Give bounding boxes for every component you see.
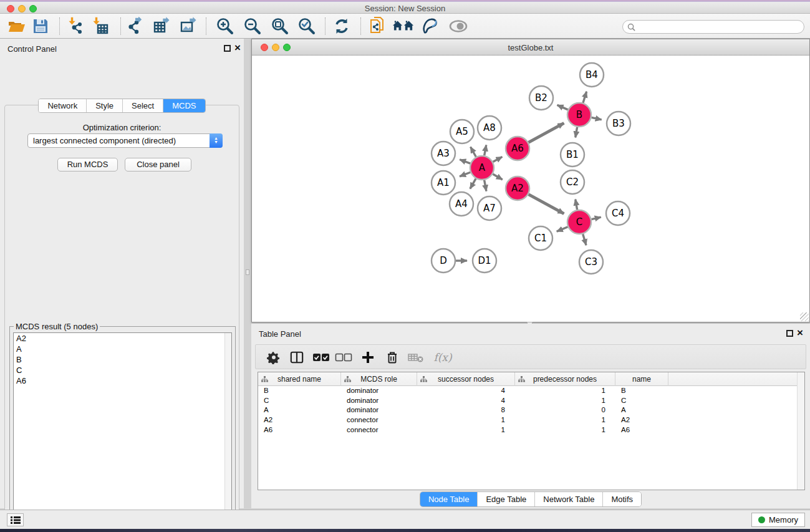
table-row[interactable]: Adominator80A <box>258 405 804 415</box>
float-table-panel-icon[interactable] <box>786 330 793 337</box>
node-A1[interactable]: A1 <box>432 171 455 195</box>
column-header-successor-nodes[interactable]: successor nodes <box>417 372 515 386</box>
export-table-button[interactable] <box>152 16 173 36</box>
search-input[interactable] <box>635 21 804 32</box>
node-B1[interactable]: B1 <box>561 143 584 167</box>
column-header-shared-name[interactable]: shared name <box>258 372 341 386</box>
mcds-result-item[interactable]: B <box>14 354 231 365</box>
tab-node-table[interactable]: Node Table <box>420 492 478 506</box>
zoom-selected-button[interactable] <box>296 16 317 36</box>
edge-C-C1[interactable] <box>557 227 568 231</box>
edge-B-B4[interactable] <box>583 92 587 103</box>
node-B[interactable]: B <box>567 103 591 127</box>
node-D1[interactable]: D1 <box>473 249 496 273</box>
edge-A6-B[interactable] <box>529 123 564 142</box>
toolbar-search[interactable] <box>622 20 804 34</box>
edge-A-A2[interactable] <box>493 174 502 180</box>
node-A3[interactable]: A3 <box>432 142 455 165</box>
node-D[interactable]: D <box>432 249 455 273</box>
node-A[interactable]: A <box>470 156 494 180</box>
edge-B-B1[interactable] <box>576 127 577 138</box>
main-titlebar[interactable]: Session: New Session <box>0 2 810 14</box>
node-table[interactable]: shared nameMCDS rolesuccessor nodesprede… <box>258 372 805 490</box>
network-canvas[interactable]: B4B2BB3A5A8A6B1A3AC2A1A2A4A7C4CC1DD1C3 <box>252 56 809 322</box>
node-A5[interactable]: A5 <box>450 120 474 143</box>
edge-A-A1[interactable] <box>460 172 470 177</box>
edge-B-B3[interactable] <box>592 117 602 120</box>
tab-mcds[interactable]: MCDS <box>163 99 205 112</box>
show-columns-button[interactable] <box>286 347 307 367</box>
tab-edge-table[interactable]: Edge Table <box>477 492 534 506</box>
edge-A-A8[interactable] <box>485 145 486 156</box>
table-row[interactable]: Bdominator41B <box>258 386 804 396</box>
node-C4[interactable]: C4 <box>606 201 630 225</box>
criterion-dropdown[interactable]: largest connected component (directed) ▲… <box>27 133 223 148</box>
node-B4[interactable]: B4 <box>580 63 604 87</box>
mcds-result-item[interactable]: A <box>14 344 231 354</box>
edge-B-B2[interactable] <box>557 105 568 110</box>
node-C1[interactable]: C1 <box>529 226 552 250</box>
tab-select[interactable]: Select <box>122 99 163 112</box>
unselect-all-checks-button[interactable] <box>333 347 354 367</box>
tab-network[interactable]: Network <box>39 99 86 112</box>
memory-button[interactable]: Memory <box>751 513 805 527</box>
select-all-checks-button[interactable] <box>311 347 332 367</box>
import-network-button[interactable] <box>65 16 86 36</box>
window-resize-grip[interactable] <box>800 312 809 321</box>
zoom-in-button[interactable] <box>215 16 236 36</box>
delete-table-button[interactable] <box>405 347 427 367</box>
open-session-button[interactable] <box>6 16 27 36</box>
edge-A-A5[interactable] <box>471 147 476 157</box>
mcds-result-item[interactable]: A2 <box>14 333 231 344</box>
edge-C-C2[interactable] <box>576 200 577 210</box>
edge-C-C3[interactable] <box>583 234 586 245</box>
column-header-name[interactable]: name <box>615 372 668 386</box>
tab-style[interactable]: Style <box>86 99 122 112</box>
tab-motifs[interactable]: Motifs <box>602 492 641 506</box>
clone-network-button[interactable] <box>367 16 388 36</box>
panel-splitter-vertical[interactable] <box>244 39 251 508</box>
close-table-panel-icon[interactable]: × <box>797 327 803 339</box>
node-A8[interactable]: A8 <box>478 116 501 140</box>
home-layout-button[interactable] <box>393 16 414 36</box>
node-C[interactable]: C <box>567 210 591 234</box>
export-network-button[interactable] <box>125 16 147 36</box>
zoom-fit-button[interactable] <box>269 16 291 36</box>
mcds-result-item[interactable]: A6 <box>14 375 231 386</box>
show-hide-panel-button[interactable] <box>448 16 469 36</box>
node-A7[interactable]: A7 <box>478 196 501 220</box>
edge-A-A4[interactable] <box>470 178 476 188</box>
node-A4[interactable]: A4 <box>450 192 473 216</box>
mcds-result-list[interactable]: A2ABCA6 <box>13 332 232 532</box>
task-history-button[interactable] <box>7 513 24 526</box>
node-A6[interactable]: A6 <box>506 137 529 160</box>
column-header-MCDS-role[interactable]: MCDS role <box>341 372 417 386</box>
delete-column-button[interactable] <box>382 347 403 367</box>
run-mcds-button[interactable]: Run MCDS <box>57 158 118 172</box>
column-header-predecessor-nodes[interactable]: predecessor nodes <box>515 372 615 386</box>
save-session-button[interactable] <box>30 16 51 36</box>
edge-A2-C[interactable] <box>529 195 564 214</box>
splitter-handle[interactable] <box>246 269 249 275</box>
result-scrollbar[interactable] <box>224 333 231 532</box>
network-graph[interactable]: B4B2BB3A5A8A6B1A3AC2A1A2A4A7C4CC1DD1C3 <box>252 56 809 322</box>
edge-A-A7[interactable] <box>485 180 486 191</box>
refresh-layout-button[interactable] <box>331 16 352 36</box>
function-builder-button[interactable]: f(x) <box>429 347 456 367</box>
table-row[interactable]: Cdominator41C <box>258 396 804 406</box>
table-scrollbar[interactable] <box>797 372 804 490</box>
table-row[interactable]: A6connector11A6 <box>258 425 804 435</box>
edge-A-A3[interactable] <box>460 160 470 163</box>
table-settings-button[interactable] <box>263 347 284 367</box>
close-panel-icon[interactable]: × <box>234 42 241 54</box>
mcds-result-item[interactable]: C <box>14 365 231 375</box>
export-image-button[interactable] <box>179 16 200 36</box>
node-B3[interactable]: B3 <box>607 112 630 135</box>
edge-A-A6[interactable] <box>493 157 503 162</box>
zoom-out-button[interactable] <box>242 16 263 36</box>
import-table-button[interactable] <box>89 16 110 36</box>
node-A2[interactable]: A2 <box>506 177 529 200</box>
node-C2[interactable]: C2 <box>561 170 584 194</box>
table-row[interactable]: A2connector11A2 <box>258 415 804 425</box>
edge-C-C4[interactable] <box>592 217 601 219</box>
